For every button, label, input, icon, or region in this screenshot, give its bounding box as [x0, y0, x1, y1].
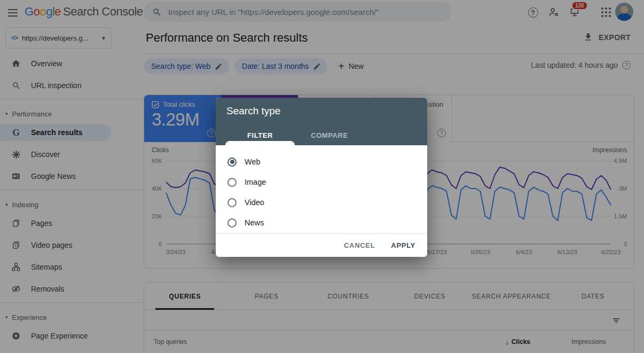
dialog-tab-compare[interactable]: COMPARE	[295, 131, 364, 139]
active-tab-indicator	[225, 141, 295, 146]
dialog-title: Search type	[226, 105, 280, 117]
radio-option-news[interactable]: News	[227, 213, 427, 233]
radio-unselected-icon	[227, 178, 237, 187]
radio-option-image[interactable]: Image	[227, 172, 427, 192]
search-type-dialog: Search type FILTER COMPARE Web Image Vid…	[216, 98, 427, 257]
dialog-tab-filter[interactable]: FILTER	[225, 131, 295, 139]
apply-button[interactable]: APPLY	[391, 241, 415, 249]
dialog-footer: CANCEL APPLY	[216, 233, 427, 257]
radio-unselected-icon	[227, 198, 237, 207]
radio-unselected-icon	[227, 218, 237, 228]
dialog-body: Web Image Video News	[216, 145, 427, 233]
radio-option-video[interactable]: Video	[227, 192, 427, 213]
cancel-button[interactable]: CANCEL	[344, 241, 375, 249]
google-search-console-app: GoogleSearch Console Inspect any URL in …	[0, 0, 644, 353]
radio-option-web[interactable]: Web	[227, 152, 427, 172]
dialog-header: Search type FILTER COMPARE	[216, 98, 427, 145]
radio-selected-icon	[227, 158, 237, 167]
